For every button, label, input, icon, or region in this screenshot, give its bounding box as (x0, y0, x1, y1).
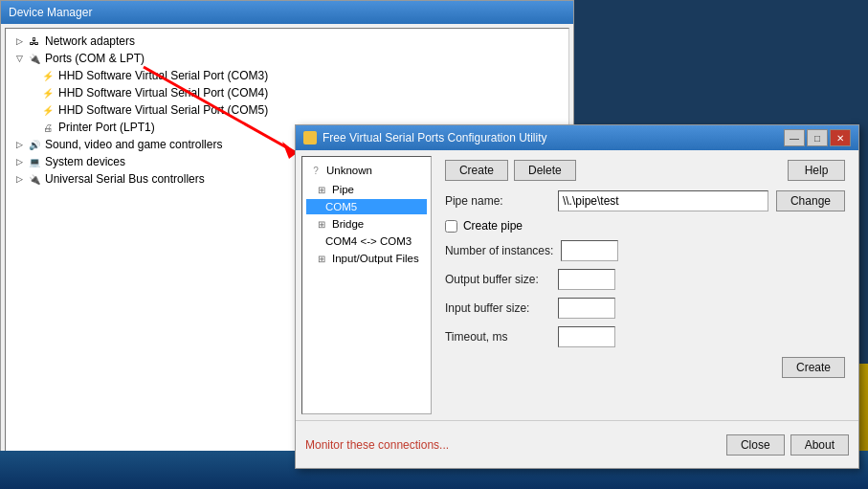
close-window-button[interactable]: ✕ (830, 129, 851, 146)
pipe-name-input[interactable] (558, 190, 768, 211)
printer-port-icon: 🖨 (40, 120, 56, 135)
timeout-row: Timeout, ms (445, 326, 845, 347)
num-instances-label: Number of instances: (445, 244, 553, 257)
top-buttons-area: Create Delete Help (445, 160, 845, 181)
tree-label: Network adapters (45, 34, 135, 48)
footer-buttons: Close About (726, 434, 849, 456)
list-item[interactable]: COM4 <-> COM3 (306, 233, 427, 249)
com-port-icon: ⚡ (40, 102, 56, 118)
list-item[interactable]: COM5 (306, 199, 427, 214)
monitor-link[interactable]: Monitor these connections... (305, 438, 449, 452)
tree-label: Unknown (326, 165, 372, 176)
ports-icon: 🔌 (27, 51, 42, 66)
device-manager-titlebar: Device Manager (1, 1, 573, 24)
pipe-name-row: Pipe name: Change (445, 190, 845, 211)
output-buffer-input[interactable] (558, 269, 615, 290)
create-pipe-row: Create pipe (445, 219, 845, 233)
tree-label: COM4 <-> COM3 (325, 235, 412, 247)
delete-button[interactable]: Delete (514, 160, 576, 181)
create-pipe-label: Create pipe (463, 219, 523, 233)
create-button[interactable]: Create (445, 160, 508, 181)
maximize-button[interactable]: □ (807, 129, 828, 146)
input-buffer-input[interactable] (558, 298, 615, 319)
com-port-icon: ⚡ (40, 68, 56, 83)
tree-label: System devices (45, 155, 125, 168)
titlebar-controls: — □ ✕ (784, 129, 851, 146)
tree-label: Ports (COM & LPT) (45, 52, 145, 65)
modal-footer: Monitor these connections... Close About (296, 420, 858, 468)
tree-label: Printer Port (LPT1) (58, 121, 155, 134)
network-icon: 🖧 (27, 33, 42, 49)
top-left-buttons: Create Delete (445, 160, 576, 181)
tree-label: HHD Software Virtual Serial Port (COM3) (58, 69, 268, 82)
expand-icon: ▷ (13, 35, 25, 47)
files-icon: ⊞ (314, 251, 329, 266)
pipe-icon: ⊞ (314, 182, 329, 197)
sound-icon: 🔊 (27, 137, 42, 152)
output-buffer-label: Output buffer size: (445, 273, 550, 286)
modal-title-area: Free Virtual Serial Ports Configuration … (303, 131, 547, 144)
tree-label: Bridge (332, 218, 364, 230)
tree-label: Pipe (332, 184, 354, 195)
list-item[interactable]: ⊞ Input/Output Files (306, 249, 427, 268)
list-item[interactable]: ? Unknown (306, 161, 427, 180)
tree-label: COM5 (325, 201, 357, 212)
tree-label: HHD Software Virtual Serial Port (COM5) (58, 103, 268, 117)
num-instances-row: Number of instances: (445, 240, 845, 261)
bridge-icon: ⊞ (314, 216, 329, 232)
expand-icon: ▷ (13, 156, 25, 167)
create-bottom-area: Create (445, 357, 845, 378)
right-config-panel: Create Delete Help Pipe name: Change Cre… (437, 156, 853, 414)
modal-titlebar: Free Virtual Serial Ports Configuration … (296, 125, 858, 150)
about-button[interactable]: About (790, 434, 849, 456)
list-item[interactable]: ⚡ HHD Software Virtual Serial Port (COM5… (10, 101, 565, 119)
modal-dialog: Free Virtual Serial Ports Configuration … (295, 124, 859, 469)
modal-body: ? Unknown ⊞ Pipe COM5 ⊞ Bridge COM4 <-> … (296, 150, 858, 420)
list-item[interactable]: ▷ 🖧 Network adapters (10, 33, 565, 50)
timeout-label: Timeout, ms (445, 330, 550, 344)
modal-title: Free Virtual Serial Ports Configuration … (323, 131, 547, 144)
expand-icon: ▽ (13, 53, 25, 64)
system-icon: 💻 (27, 154, 42, 169)
list-item[interactable]: ▽ 🔌 Ports (COM & LPT) (10, 50, 565, 67)
tree-label: HHD Software Virtual Serial Port (COM4) (58, 86, 268, 100)
device-manager-title: Device Manager (9, 6, 92, 19)
unknown-icon: ? (308, 163, 323, 178)
help-button[interactable]: Help (788, 160, 845, 181)
tree-label: Input/Output Files (332, 253, 419, 264)
input-buffer-row: Input buffer size: (445, 298, 845, 319)
num-instances-input[interactable] (561, 240, 618, 261)
create-pipe-checkbox[interactable] (445, 220, 457, 233)
expand-icon: ▷ (13, 139, 25, 150)
list-item[interactable]: ⊞ Bridge (306, 214, 427, 233)
create-bottom-button[interactable]: Create (782, 357, 845, 378)
close-button[interactable]: Close (726, 434, 785, 456)
tree-label: Sound, video and game controllers (45, 138, 222, 151)
change-button[interactable]: Change (776, 190, 845, 211)
modal-title-icon (303, 131, 317, 144)
minimize-button[interactable]: — (784, 129, 805, 146)
list-item[interactable]: ⚡ HHD Software Virtual Serial Port (COM3… (10, 67, 565, 84)
pipe-name-label: Pipe name: (445, 194, 550, 208)
timeout-input[interactable] (558, 326, 615, 347)
list-item[interactable]: ⊞ Pipe (306, 180, 427, 199)
left-tree-panel: ? Unknown ⊞ Pipe COM5 ⊞ Bridge COM4 <-> … (301, 156, 432, 414)
com-port-icon: ⚡ (40, 85, 56, 100)
output-buffer-row: Output buffer size: (445, 269, 845, 290)
tree-label: Universal Serial Bus controllers (45, 172, 205, 186)
expand-icon: ▷ (13, 173, 25, 185)
list-item[interactable]: ⚡ HHD Software Virtual Serial Port (COM4… (10, 84, 565, 101)
usb-icon: 🔌 (27, 171, 42, 187)
input-buffer-label: Input buffer size: (445, 301, 550, 315)
